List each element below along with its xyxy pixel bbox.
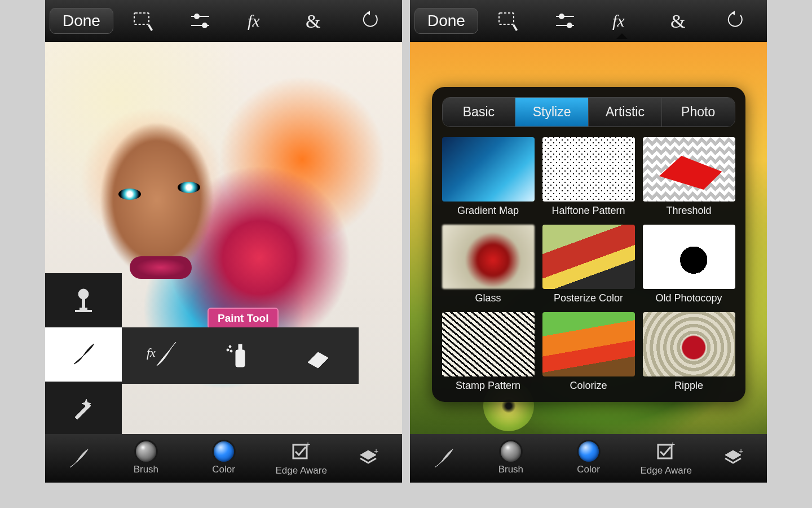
edge-aware-label: Edge Aware (640, 465, 691, 476)
selection-tool-icon[interactable] (482, 8, 535, 33)
fx-caption: Glass (442, 292, 535, 304)
adjust-sliders-icon[interactable] (539, 8, 592, 33)
svg-point-22 (567, 23, 572, 28)
color-swatch-icon (214, 441, 234, 462)
edge-aware-toggle[interactable]: + Edge Aware (262, 440, 340, 476)
svg-point-21 (559, 14, 564, 19)
fx-caption: Stamp Pattern (442, 380, 535, 392)
svg-rect-18 (499, 13, 514, 24)
undo-icon[interactable] (344, 8, 398, 33)
color-swatch-icon (579, 441, 599, 462)
done-button[interactable]: Done (50, 8, 113, 34)
adjust-sliders-icon[interactable] (174, 8, 227, 33)
fx-glass[interactable]: Glass (442, 225, 535, 304)
paint-tool-button[interactable] (51, 447, 107, 470)
svg-text:&: & (670, 11, 685, 32)
top-toolbar: Done fx & (45, 0, 402, 42)
brush-picker[interactable]: Brush (472, 441, 550, 475)
right-screen: Done fx & Basic Stylize Artistic Photo G… (410, 0, 767, 483)
fx-caption: Colorize (542, 380, 635, 392)
svg-point-13 (227, 349, 229, 351)
tab-basic[interactable]: Basic (443, 98, 516, 126)
fx-halftone-pattern[interactable]: Halftone Pattern (542, 137, 635, 217)
color-picker[interactable]: Color (550, 441, 628, 475)
done-button[interactable]: Done (414, 8, 478, 34)
svg-point-4 (202, 23, 207, 28)
fx-thumb (643, 225, 735, 289)
fx-icon[interactable]: fx (231, 8, 284, 33)
stamp-tool[interactable] (45, 273, 122, 327)
fx-posterize-color[interactable]: Posterize Color (542, 225, 635, 304)
fx-thumb (643, 312, 735, 376)
svg-text:fx: fx (147, 345, 156, 360)
color-label: Color (577, 464, 600, 475)
svg-text:fx: fx (612, 11, 625, 30)
fx-brush[interactable]: fx (122, 327, 201, 384)
brush-picker[interactable]: Brush (107, 441, 185, 475)
edge-aware-toggle[interactable]: + Edge Aware (627, 440, 705, 476)
fx-ripple[interactable]: Ripple (643, 312, 735, 392)
svg-text:+: + (374, 447, 378, 456)
svg-point-7 (78, 289, 89, 299)
svg-rect-10 (236, 350, 245, 367)
fx-thumb (542, 137, 635, 202)
brush-subpalette: fx (122, 327, 359, 384)
brush-swatch-icon (136, 441, 156, 462)
color-label: Color (212, 464, 235, 475)
fx-popup: Basic Stylize Artistic Photo Gradient Ma… (432, 87, 745, 402)
fx-thumb (442, 225, 535, 289)
left-screen: Done fx & Paint Tool (45, 0, 402, 483)
ampersand-icon[interactable]: & (287, 8, 341, 33)
tool-rail (45, 273, 122, 434)
fx-caption: Gradient Map (442, 205, 535, 217)
brush-label: Brush (498, 464, 523, 475)
canvas-area[interactable]: Paint Tool fx (45, 42, 402, 434)
ampersand-icon[interactable]: & (652, 8, 705, 33)
tab-stylize[interactable]: Stylize (515, 98, 589, 126)
fx-category-segmented: Basic Stylize Artistic Photo (442, 97, 735, 127)
layers-button[interactable]: + (340, 447, 396, 470)
fx-old-photocopy[interactable]: Old Photocopy (643, 225, 735, 304)
fx-thumb (442, 137, 535, 202)
fx-thumb (442, 312, 535, 376)
fx-caption: Ripple (643, 380, 735, 392)
svg-text:+: + (306, 440, 310, 449)
eraser-tool[interactable] (280, 327, 359, 384)
fx-grid: Gradient MapHalftone PatternThresholdGla… (442, 137, 735, 392)
fx-colorize[interactable]: Colorize (542, 312, 635, 392)
fx-icon[interactable]: fx (595, 8, 649, 33)
bottom-toolbar: Brush Color + Edge Aware + (410, 434, 767, 483)
top-toolbar: Done fx & (410, 0, 767, 42)
brush-tool[interactable] (45, 327, 122, 382)
bottom-toolbar: Brush Color + Edge Aware + (45, 434, 402, 483)
svg-point-3 (195, 14, 199, 19)
spray-brush[interactable] (201, 327, 280, 384)
fx-thumb (542, 312, 635, 376)
fx-threshold[interactable]: Threshold (643, 137, 735, 217)
fx-caption: Halftone Pattern (542, 205, 635, 217)
undo-icon[interactable] (709, 8, 762, 33)
fx-gradient-map[interactable]: Gradient Map (442, 137, 535, 217)
fx-caption: Posterize Color (542, 292, 635, 304)
svg-rect-11 (239, 344, 242, 350)
color-picker[interactable]: Color (185, 441, 263, 475)
svg-rect-0 (134, 13, 149, 24)
fx-caption: Old Photocopy (643, 292, 735, 304)
magic-wand-tool[interactable] (45, 382, 122, 434)
svg-point-12 (229, 345, 231, 348)
canvas-area[interactable]: Basic Stylize Artistic Photo Gradient Ma… (410, 42, 767, 434)
fx-thumb (643, 137, 735, 202)
layers-button[interactable]: + (705, 447, 761, 470)
paint-tool-button[interactable] (416, 447, 472, 470)
tab-photo[interactable]: Photo (662, 98, 735, 126)
svg-text:fx: fx (248, 11, 260, 30)
fx-stamp-pattern[interactable]: Stamp Pattern (442, 312, 535, 392)
svg-text:&: & (306, 11, 320, 32)
selection-tool-icon[interactable] (117, 8, 170, 33)
tab-artistic[interactable]: Artistic (589, 98, 662, 126)
brush-label: Brush (134, 464, 158, 475)
fx-thumb (542, 225, 635, 289)
paint-tool-tooltip: Paint Tool (208, 308, 279, 329)
fx-caption: Threshold (643, 205, 735, 217)
svg-point-14 (230, 350, 232, 352)
